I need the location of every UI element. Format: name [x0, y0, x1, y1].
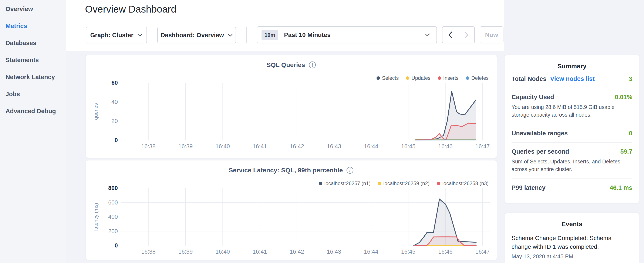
divider: [512, 142, 632, 143]
sidebar-item-metrics[interactable]: Metrics: [6, 22, 27, 30]
toolbar-divider: [246, 27, 247, 43]
summary-row-label: Unavailable ranges: [512, 130, 568, 137]
events-panel: Events Schema Change Completed: Schema c…: [505, 212, 639, 263]
svg-text:600: 600: [108, 199, 118, 206]
svg-text:200: 200: [108, 228, 118, 234]
summary-row-label: Capacity Used: [512, 94, 554, 101]
svg-text:16:44: 16:44: [364, 248, 378, 255]
divider: [512, 178, 632, 179]
view-nodes-list-link[interactable]: View nodes list: [550, 75, 595, 82]
sidebar-item-advanced-debug[interactable]: Advanced Debug: [6, 107, 56, 115]
chevron-down-icon: [228, 34, 233, 37]
divider: [512, 88, 632, 88]
summary-panel: Summary Total NodesView nodes list3Capac…: [505, 55, 639, 203]
svg-text:16:41: 16:41: [252, 248, 267, 255]
time-range-selector[interactable]: 10m Past 10 Minutes: [257, 26, 437, 43]
summary-row-description: Sum of Selects, Updates, Inserts, and De…: [512, 158, 629, 173]
event-timestamp: May 13, 2020 at 4:45 PM: [512, 253, 630, 260]
svg-text:16:43: 16:43: [327, 248, 341, 255]
sidebar-item-jobs[interactable]: Jobs: [6, 90, 20, 98]
chevron-right-icon: [464, 31, 469, 39]
svg-text:16:38: 16:38: [141, 248, 156, 255]
summary-row-value: 0: [629, 130, 632, 137]
page-title: Overview Dashboard: [85, 4, 176, 15]
summary-row: P99 latency46.1 ms: [512, 184, 632, 191]
sidebar: OverviewMetricsDatabasesStatementsNetwor…: [0, 0, 66, 263]
svg-text:16:40: 16:40: [216, 143, 230, 150]
svg-text:16:44: 16:44: [364, 143, 378, 150]
summary-row-value: 59.7: [620, 148, 632, 155]
time-step-buttons: [442, 26, 475, 43]
summary-row: Queries per second59.7Sum of Selects, Up…: [512, 148, 632, 173]
chevron-left-icon: [448, 31, 453, 39]
sql-queries-chart: 020406016:3816:3916:4016:4116:4216:4316:…: [86, 55, 497, 158]
summary-row-value: 0.01%: [615, 94, 632, 101]
service-latency-chart-card: Service Latency: SQL, 99th percentileilo…: [86, 160, 497, 260]
time-step-back-button[interactable]: [442, 27, 458, 43]
svg-text:400: 400: [108, 214, 118, 220]
svg-text:queries: queries: [93, 103, 99, 120]
svg-text:16:46: 16:46: [438, 143, 453, 150]
svg-text:60: 60: [112, 80, 118, 86]
graph-dropdown-label: Graph: Cluster: [90, 32, 133, 39]
sidebar-item-databases[interactable]: Databases: [6, 39, 36, 47]
svg-text:16:41: 16:41: [252, 143, 267, 150]
svg-text:16:42: 16:42: [290, 248, 304, 255]
time-step-forward-button[interactable]: [458, 27, 474, 43]
events-list: Schema Change Completed: Schema change w…: [505, 228, 639, 260]
service-latency-chart: 020040060080016:3816:3916:4016:4116:4216…: [86, 160, 497, 260]
summary-row: Capacity Used0.01%You are using 28.6 MiB…: [512, 94, 632, 119]
svg-text:latency (ms): latency (ms): [93, 203, 99, 231]
svg-text:16:47: 16:47: [476, 143, 490, 150]
svg-text:800: 800: [108, 185, 118, 191]
summary-row-description: You are using 28.6 MiB of 515.9 GiB usab…: [512, 103, 629, 119]
time-range-label: Past 10 Minutes: [284, 32, 330, 39]
svg-text:16:45: 16:45: [401, 248, 416, 255]
summary-row: Total NodesView nodes list3: [512, 75, 632, 82]
summary-title: Summary: [505, 55, 639, 70]
svg-text:16:45: 16:45: [401, 143, 416, 150]
event-text: Schema Change Completed: Schema change w…: [512, 234, 619, 251]
sql-queries-chart-card: SQL QueriesiSelectsUpdatesInsertsDeletes…: [86, 55, 497, 158]
dashboard-dropdown[interactable]: Dashboard: Overview: [157, 27, 236, 43]
sidebar-item-network-latency[interactable]: Network Latency: [6, 73, 55, 81]
now-button[interactable]: Now: [480, 26, 504, 43]
summary-row-value: 3: [629, 75, 632, 82]
svg-text:16:42: 16:42: [290, 143, 304, 150]
svg-text:16:39: 16:39: [178, 143, 193, 150]
summary-row-label: P99 latency: [512, 184, 546, 191]
svg-text:16:43: 16:43: [327, 143, 341, 150]
svg-text:20: 20: [112, 118, 118, 124]
dashboard-dropdown-label: Dashboard: Overview: [160, 32, 224, 39]
svg-text:16:38: 16:38: [141, 143, 156, 150]
svg-text:16:39: 16:39: [178, 248, 193, 255]
events-title: Events: [505, 213, 639, 228]
svg-text:0: 0: [114, 242, 118, 249]
summary-rows: Total NodesView nodes list3Capacity Used…: [505, 70, 639, 191]
svg-text:40: 40: [112, 99, 118, 105]
svg-text:16:46: 16:46: [438, 248, 453, 255]
chevron-down-icon: [137, 34, 142, 37]
chevron-down-icon: [424, 33, 430, 37]
graph-dropdown[interactable]: Graph: Cluster: [86, 27, 147, 43]
summary-row: Unavailable ranges0: [512, 130, 632, 137]
svg-text:16:40: 16:40: [216, 248, 230, 255]
divider: [512, 124, 632, 124]
sidebar-item-overview[interactable]: Overview: [6, 5, 33, 13]
summary-row-label: Total Nodes: [512, 75, 546, 82]
event-item: Schema Change Completed: Schema change w…: [512, 234, 630, 260]
time-range-badge: 10m: [262, 30, 278, 40]
sidebar-item-statements[interactable]: Statements: [6, 56, 39, 64]
svg-text:16:47: 16:47: [476, 248, 490, 255]
summary-row-value: 46.1 ms: [610, 184, 632, 191]
summary-row-label: Queries per second: [512, 148, 569, 155]
svg-text:0: 0: [114, 137, 118, 143]
